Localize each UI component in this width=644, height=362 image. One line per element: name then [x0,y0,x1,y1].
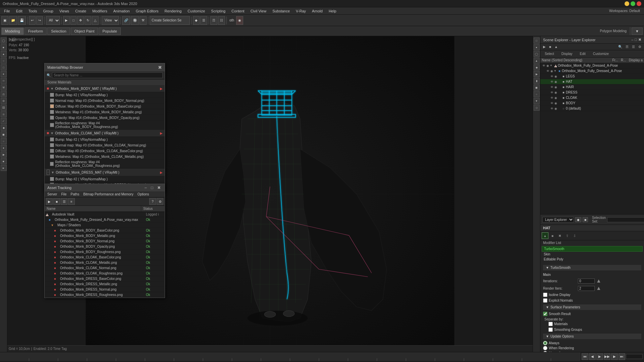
ts-iterations-up[interactable]: ▲ [596,278,601,284]
menu-tools[interactable]: Tools [26,8,40,14]
vp-icon-9[interactable]: ○ [534,91,540,97]
at-row-cloak-base[interactable]: ■ Orthodox_Monk_CLOAK_BaseColor.png Ok [45,255,165,260]
new-btn[interactable]: ▣ [1,16,8,25]
sidebar-icon-15[interactable]: ◼ [1,131,7,137]
sidebar-icon-12[interactable]: ⛭ [1,111,7,117]
sidebar-icon-11[interactable]: ⚿ [1,105,7,111]
menu-content[interactable]: Content [229,8,247,14]
mat-item-dress-bump[interactable]: Bump: Map #2 ( VRayNormalMap ) [45,176,165,182]
mat-item-cloak-bump[interactable]: Bump: Map #2 ( VRayNormalMap ) [45,137,165,142]
render-icon-body[interactable]: ◉ [554,102,558,105]
le-btn-1[interactable]: ◆ [575,217,581,222]
vp-icon-7[interactable]: ▮ [534,78,540,84]
ts-iterations-input[interactable] [578,279,595,284]
sidebar-icon-17[interactable]: ● [1,145,7,151]
at-row-vault[interactable]: ⛪ Autodesk Vault Logged i [45,212,165,217]
tl-play[interactable]: ▶ [596,353,603,360]
ts-always-radio[interactable] [543,341,547,345]
eye-icon-cloak[interactable]: 👁 [550,96,554,100]
eye-icon-default[interactable]: 👁 [550,107,554,110]
tab-populate[interactable]: Populate [99,27,120,35]
mat-browser-close[interactable]: ✖ [158,65,162,70]
menu-group[interactable]: Group [40,8,56,14]
link-btn[interactable]: 🔗 [122,16,130,25]
filter-dropdown[interactable]: All [46,16,60,25]
redo-btn[interactable]: ↪ [36,16,43,25]
create-selection-btn[interactable]: Create Selection Se [150,16,190,25]
sidebar-icon-16[interactable]: ○ [1,138,7,144]
sidebar-icon-1[interactable]: ◯ [1,38,7,44]
at-titlebar[interactable]: Asset Tracking – □ ✖ [45,184,165,191]
se-tree-scene-root[interactable]: 👁 ◉ ▼ ⛪ Orthodox_Monk_Fully_Dressed_A-Po… [540,63,644,68]
tab-selection[interactable]: Selection [47,27,70,35]
mod-icon-modifier[interactable]: ▲ [542,232,548,239]
ts-smoothing-groups-checkbox[interactable] [548,327,553,332]
sidebar-icon-20[interactable]: ► [1,165,7,171]
tl-next-frame[interactable]: ▶ [611,353,618,360]
ts-manually-radio[interactable] [543,351,547,352]
mat-item-body-opacity[interactable]: Opacity: Map #14 (Orthodox_Monk_BODY_Opa… [45,115,165,121]
at-row-body-opacity[interactable]: ■ Orthodox_Monk_BODY_Opacity.png Ok [45,244,165,249]
menu-vray[interactable]: V-Ray [293,8,309,14]
vp-icon-1[interactable]: □ [534,38,540,44]
menu-animation[interactable]: Animation [111,8,132,14]
timeline-bar[interactable] [0,352,580,361]
sidebar-icon-13[interactable]: ✓ [1,118,7,124]
se-minimize[interactable]: – [631,38,633,42]
at-row-dress-roughness[interactable]: ■ Orthodox_Monk_DRESS_Roughness.png Ok [45,292,165,298]
tab-modeling[interactable]: Modeling [1,27,24,35]
mat-item-cloak-roughness[interactable]: Reflection roughness: Map #4 (Orthodox_M… [45,160,165,169]
vp-icon-8[interactable]: ◼ [534,84,540,90]
vp-icon-6[interactable]: ▶ [534,71,540,77]
mat-search-input[interactable] [52,72,163,78]
at-menu-options[interactable]: Options [136,192,150,196]
mat-group-cloak-header[interactable]: ■ ▼ Orthodox_Monk_CLOAK_MAT ( VRayMtl ) … [45,130,165,137]
mat-group-body-header[interactable]: ■ ▼ Orthodox_Monk_BODY_MAT ( VRayMtl ) ▶ [45,85,165,92]
mod-item-skin[interactable]: Skin [542,252,643,257]
ts-smooth-result-checkbox[interactable] [543,312,547,316]
scale-btn[interactable]: △ [92,16,99,25]
at-row-dress-metallic[interactable]: ■ Orthodox_Monk_DRESS_Metallic.png Ok [45,282,165,287]
se-tree-body[interactable]: 👁 ◉ ■ BODY [540,101,644,106]
ts-rendering-radio[interactable] [543,346,547,350]
tl-frame-input[interactable] [626,354,643,359]
se-tree-legs[interactable]: 👁 ◉ ■ LEGS [540,74,644,79]
at-close[interactable]: ✖ [156,185,162,190]
mat-item-cloak-diffuse[interactable]: Diffuse: Map #0 (Orthodox_Monk_CLOAK_Bas… [45,148,165,154]
se-btn-more[interactable]: ☰ [631,44,636,49]
at-row-file[interactable]: ■ Orthodox_Monk_Fully_Dressed_A-Pose_max… [45,217,165,223]
open-btn[interactable]: 📁 [9,16,17,25]
render-icon-2[interactable]: ◉ [550,69,554,73]
mat-item-body-roughness[interactable]: Reflection roughness: Map #4 (Orthodox_M… [45,121,165,130]
mat-group-dress-header[interactable]: ■ ▼ Orthodox_Monk_DRESS_MAT ( VRayMtl ) … [45,169,165,176]
mat-browser-titlebar[interactable]: Material/Map Browser ✖ [45,63,165,71]
tab-extras[interactable]: ▼ [632,27,643,35]
ts-main-header[interactable]: ▼ TurboSmooth [543,264,641,271]
menu-substance[interactable]: Substance [270,8,292,14]
at-btn-3[interactable]: ☰ [61,198,67,205]
select-region-btn[interactable]: □ [70,16,76,25]
se-close[interactable]: ✖ [638,38,641,42]
mirror-btn[interactable]: ◆ [193,16,200,25]
ts-update-header[interactable]: ▼ Update Options [543,333,641,340]
sidebar-icon-2[interactable]: ■ [1,44,7,50]
render-icon-dress[interactable]: ◉ [554,91,558,94]
se-tab-edit[interactable]: Edit [577,51,589,57]
layer-btn[interactable]: ☶ [210,16,217,25]
ts-materials-checkbox[interactable] [548,322,553,326]
at-row-cloak-normal[interactable]: ■ Orthodox_Monk_CLOAK_Normal.png Ok [45,265,165,271]
at-btn-1[interactable]: ▶ [46,198,53,205]
ts-explicit-checkbox[interactable] [543,298,547,303]
at-btn-2[interactable]: ■ [53,198,60,205]
tab-freeform[interactable]: Freeform [24,27,47,35]
at-row-body-normal[interactable]: ■ Orthodox_Monk_BODY_Normal.png Ok [45,239,165,244]
se-tree[interactable]: 👁 ◉ ▼ ⛪ Orthodox_Monk_Fully_Dressed_A-Po… [540,63,644,214]
le-btn-2[interactable]: ■ [583,217,588,222]
viewport-container[interactable]: Total Polys: 47 190 Verts: 38 000 FPS: I… [7,36,533,352]
selection-set-input[interactable] [607,217,644,222]
eye-icon-2[interactable]: 👁 [546,69,550,73]
at-btn-help[interactable]: ? [149,198,156,205]
undo-btn[interactable]: ↩ [29,16,36,25]
ts-isoline-checkbox[interactable] [543,293,547,297]
sidebar-icon-4[interactable]: ○ [1,58,7,64]
